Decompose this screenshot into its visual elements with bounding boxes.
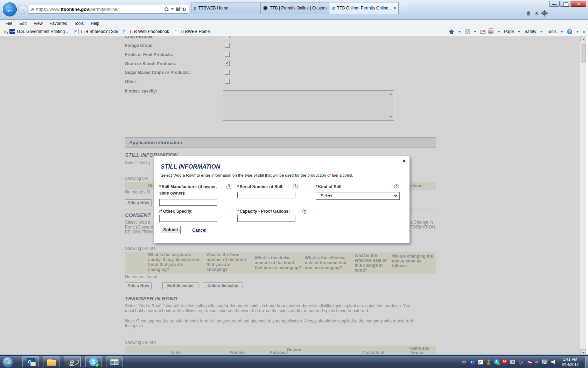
refresh-icon[interactable]: ↻: [182, 7, 186, 12]
capacity-input[interactable]: [237, 215, 295, 222]
tools-menu[interactable]: Tools: [547, 29, 556, 34]
scroll-down-icon[interactable]: [390, 116, 392, 118]
menu-help[interactable]: Help: [87, 21, 103, 26]
favorites-icon[interactable]: ★: [534, 11, 539, 16]
submit-button[interactable]: Submit: [161, 226, 181, 234]
tools-dropdown-icon[interactable]: [560, 31, 563, 33]
field-label: If other, specify:: [125, 89, 157, 94]
if-other-textarea[interactable]: [223, 90, 394, 121]
checkbox-other[interactable]: [225, 79, 230, 84]
capacity-help-icon[interactable]: ?: [302, 209, 307, 214]
tray-onenote-clipper-icon[interactable]: N✂: [526, 359, 532, 365]
close-window-button[interactable]: ×: [571, 1, 586, 7]
tray-mail-icon[interactable]: ✉: [461, 359, 467, 365]
checkbox-fruits[interactable]: [225, 52, 230, 57]
print-icon[interactable]: [488, 29, 493, 34]
search-icon[interactable]: [164, 7, 168, 11]
tray-swoosh-icon[interactable]: ≋: [534, 359, 540, 365]
tray-volume-icon[interactable]: [550, 359, 556, 365]
scrollbar-thumb[interactable]: [581, 43, 586, 63]
tray-spiral-icon[interactable]: ◎: [518, 359, 524, 365]
screen: × ← → e https://www.ttbonline.gov/permit…: [0, 0, 588, 368]
home-dropdown-icon[interactable]: [458, 31, 461, 33]
tray-skype-icon[interactable]: S: [493, 359, 499, 365]
show-desktop-button[interactable]: [585, 356, 588, 368]
home-icon[interactable]: [526, 11, 531, 15]
rss-icon[interactable]: [465, 29, 470, 34]
scroll-up-icon[interactable]: [390, 93, 392, 95]
checkbox-forage-crops[interactable]: [225, 43, 230, 48]
restore-button[interactable]: [560, 1, 570, 7]
tab-ttb-permits-online[interactable]: TTB | Permits Online | Custom...: [260, 2, 329, 14]
favorite-ttb-phonebook[interactable]: e TTB Web Phonebook: [123, 29, 169, 34]
safety-menu[interactable]: Safety: [524, 29, 536, 34]
menu-favorites[interactable]: Favorites: [46, 21, 70, 26]
tab-ttb-online-active[interactable]: e TTB Online- Permits Online... ×: [330, 2, 399, 14]
favorite-gpo[interactable]: GPO U.S. Government Printing ...: [9, 29, 69, 34]
manufacturer-input[interactable]: [159, 199, 217, 206]
edit-selected-button[interactable]: Edit Selected: [162, 282, 198, 289]
vertical-scrollbar[interactable]: [580, 36, 586, 355]
address-bar[interactable]: e https://www.ttbonline.gov/permitsonlin…: [29, 5, 189, 14]
favorite-ttb-sharepoint[interactable]: e TTB Sharepoint Site: [75, 29, 118, 34]
scrollbar-up-icon[interactable]: [580, 36, 586, 42]
home-icon[interactable]: [449, 29, 454, 34]
tab-close-icon[interactable]: ×: [394, 6, 396, 11]
tray-outlook-icon[interactable]: O: [469, 359, 475, 365]
more-commands-icon[interactable]: »: [583, 29, 585, 34]
kind-help-icon[interactable]: ?: [394, 184, 399, 189]
tray-network-icon[interactable]: [542, 359, 548, 365]
tab-ttbweb-home[interactable]: e TTBWEB Home: [191, 2, 260, 14]
gear-icon[interactable]: [542, 11, 547, 15]
mail-icon[interactable]: [480, 30, 485, 34]
taskbar-clock[interactable]: 1:41 PM 8/14/2017: [557, 357, 583, 367]
back-button[interactable]: ←: [3, 2, 17, 16]
kind-of-still-select[interactable]: --Select--: [316, 192, 400, 200]
add-favorite-icon[interactable]: ★: [3, 29, 7, 34]
print-dropdown-icon[interactable]: [497, 31, 500, 33]
field-label: Sugar Based Crops or Products:: [125, 70, 190, 75]
windows-flag-icon: [6, 360, 11, 365]
menu-view[interactable]: View: [30, 21, 46, 26]
system-tray: ✉ O ✔ S M ◎ N✂ ≋: [461, 359, 556, 365]
tray-mcafee-icon[interactable]: M: [502, 359, 507, 365]
checkbox-grain-checked[interactable]: ✓: [225, 61, 230, 66]
search-dropdown-icon[interactable]: [171, 8, 174, 10]
consent-add-row-button[interactable]: Add a Row: [125, 282, 152, 289]
if-other-specify-input[interactable]: [159, 215, 217, 222]
manufacturer-label: *Still Manufacturer (if owner, state own…: [159, 184, 219, 196]
favorite-ttbweb-home[interactable]: e TTBWEB Home: [174, 29, 210, 34]
help-icon[interactable]: ?: [567, 29, 572, 34]
taskbar-explorer-button[interactable]: [43, 356, 59, 367]
forward-button[interactable]: →: [18, 5, 27, 14]
still-add-row-button[interactable]: Add a Row: [125, 199, 152, 206]
skype-status-icon: ✓: [95, 363, 99, 367]
delete-selected-button[interactable]: Delete Selected: [203, 282, 243, 289]
safety-dropdown-icon[interactable]: [540, 31, 543, 33]
tray-user-icon[interactable]: [485, 359, 491, 365]
taskbar-outlook-button[interactable]: O: [22, 356, 39, 367]
new-tab-button[interactable]: [399, 3, 408, 11]
page-dropdown-icon[interactable]: [518, 31, 520, 33]
tray-tasks-icon[interactable]: ✔: [477, 359, 483, 365]
rss-dropdown-icon[interactable]: [474, 31, 476, 33]
consent-text-fragment: FORMATION: [410, 225, 435, 230]
start-button[interactable]: [2, 356, 14, 368]
taskbar-ie-button[interactable]: e: [64, 356, 80, 367]
tray-snipping-icon[interactable]: [510, 359, 516, 365]
menu-edit[interactable]: Edit: [16, 21, 30, 26]
page-menu[interactable]: Page: [504, 29, 514, 34]
menu-tools[interactable]: Tools: [70, 21, 87, 26]
checkbox-crop-residue[interactable]: [225, 36, 230, 38]
taskbar-skype-button[interactable]: S✓: [85, 356, 102, 367]
menu-file[interactable]: File: [2, 21, 16, 26]
serial-help-icon[interactable]: ?: [293, 184, 298, 189]
taskbar-app-window-button[interactable]: [106, 356, 122, 367]
cancel-link[interactable]: Cancel: [192, 228, 206, 233]
manufacturer-help-icon[interactable]: ?: [226, 184, 231, 189]
serial-number-input[interactable]: [237, 192, 295, 198]
modal-close-icon[interactable]: ×: [402, 158, 406, 165]
minimize-button[interactable]: [549, 1, 560, 7]
checkbox-sugar[interactable]: [225, 70, 230, 75]
help-dropdown-icon[interactable]: [576, 31, 579, 33]
